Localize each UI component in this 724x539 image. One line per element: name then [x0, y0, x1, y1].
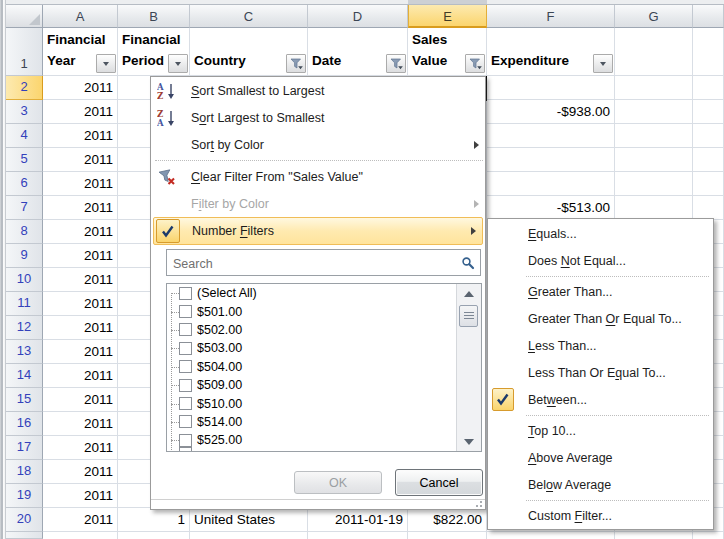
- resize-grip[interactable]: [151, 499, 485, 509]
- filter-value-item[interactable]: $514.00: [167, 413, 457, 431]
- filter-value-item[interactable]: $509.00: [167, 376, 457, 394]
- column-header-d[interactable]: D: [308, 5, 408, 28]
- cell-c20[interactable]: United States: [190, 508, 307, 532]
- value-checkbox[interactable]: [179, 397, 192, 410]
- submenu-item-equals[interactable]: Equals...: [488, 220, 713, 247]
- scrollbar[interactable]: [456, 284, 481, 451]
- value-checkbox[interactable]: [179, 360, 192, 373]
- cell-b20[interactable]: 1: [118, 508, 189, 532]
- row-header-19[interactable]: 19: [6, 484, 43, 508]
- row-header-7[interactable]: 7: [6, 196, 43, 220]
- row-header-4[interactable]: 4: [6, 124, 43, 148]
- scroll-thumb[interactable]: [459, 305, 478, 327]
- submenu-item-below-average[interactable]: Below Average: [488, 471, 713, 498]
- column-header-b[interactable]: B: [118, 5, 190, 28]
- filter-value-item[interactable]: $504.00: [167, 358, 457, 376]
- column-header-e[interactable]: E: [408, 5, 487, 28]
- filter-value-item[interactable]: $510.00: [167, 394, 457, 412]
- filter-applied-button-d[interactable]: [386, 54, 406, 73]
- submenu-item-less-than-or-equal-to[interactable]: Less Than Or Equal To...: [488, 359, 713, 386]
- filter-value-item[interactable]: $501.00: [167, 302, 457, 320]
- row-header-20[interactable]: 20: [6, 508, 43, 532]
- filter-value-item[interactable]: $502.00: [167, 321, 457, 339]
- row-header-3[interactable]: 3: [6, 100, 43, 124]
- cell-a8[interactable]: 2011: [43, 220, 117, 244]
- row-header-5[interactable]: 5: [6, 148, 43, 172]
- cell-a15[interactable]: 2011: [43, 388, 117, 412]
- row-header-10[interactable]: 10: [6, 268, 43, 292]
- row-header-13[interactable]: 13: [6, 340, 43, 364]
- cell-a5[interactable]: 2011: [43, 148, 117, 172]
- cell-f3[interactable]: -$938.00: [487, 100, 614, 124]
- cell-a20[interactable]: 2011: [43, 508, 117, 532]
- cell-a11[interactable]: 2011: [43, 292, 117, 316]
- row-header-11[interactable]: 11: [6, 292, 43, 316]
- value-checkbox[interactable]: [179, 287, 192, 300]
- row-header-8[interactable]: 8: [6, 220, 43, 244]
- menu-item-clear-filter[interactable]: Clear Filter From "Sales Value": [151, 163, 485, 190]
- filter-value-item[interactable]: $503.00: [167, 339, 457, 357]
- cell-d20[interactable]: 2011-01-19: [308, 508, 407, 532]
- submenu-item-custom-filter[interactable]: Custom Filter...: [488, 502, 713, 529]
- row-header-2[interactable]: 2: [6, 76, 43, 100]
- filter-dropdown-button-f[interactable]: [593, 54, 613, 73]
- row-header-6[interactable]: 6: [6, 172, 43, 196]
- cell-a7[interactable]: 2011: [43, 196, 117, 220]
- cell-f7[interactable]: -$513.00: [487, 196, 614, 220]
- row-header-16[interactable]: 16: [6, 412, 43, 436]
- value-checkbox[interactable]: [179, 415, 192, 428]
- cell-a19[interactable]: 2011: [43, 484, 117, 508]
- cell-a6[interactable]: 2011: [43, 172, 117, 196]
- value-checkbox[interactable]: [179, 342, 192, 355]
- cell-a16[interactable]: 2011: [43, 412, 117, 436]
- filter-applied-button-e[interactable]: [465, 54, 485, 73]
- menu-item-sort-largest-to-smallest[interactable]: ZASort Largest to Smallest: [151, 104, 485, 131]
- cell-e20[interactable]: $822.00: [408, 508, 486, 532]
- row-header-15[interactable]: 15: [6, 388, 43, 412]
- column-header-a[interactable]: A: [43, 5, 118, 28]
- cell-a4[interactable]: 2011: [43, 124, 117, 148]
- submenu-item-top-10[interactable]: Top 10...: [488, 417, 713, 444]
- cell-a10[interactable]: 2011: [43, 268, 117, 292]
- row-header-18[interactable]: 18: [6, 460, 43, 484]
- value-checkbox[interactable]: [179, 323, 192, 336]
- submenu-item-less-than[interactable]: Less Than...: [488, 332, 713, 359]
- scroll-down-button[interactable]: [458, 432, 480, 451]
- submenu-item-greater-than[interactable]: Greater Than...: [488, 278, 713, 305]
- filter-value-item[interactable]: (Select All): [167, 284, 457, 302]
- cell-a12[interactable]: 2011: [43, 316, 117, 340]
- submenu-item-does-not-equal[interactable]: Does Not Equal...: [488, 247, 713, 274]
- cell-a3[interactable]: 2011: [43, 100, 117, 124]
- row-header-17[interactable]: 17: [6, 436, 43, 460]
- column-header-c[interactable]: C: [190, 5, 308, 28]
- cell-a13[interactable]: 2011: [43, 340, 117, 364]
- column-header-g[interactable]: G: [615, 5, 693, 28]
- cell-a17[interactable]: 2011: [43, 436, 117, 460]
- submenu-item-greater-than-or-equal-to[interactable]: Greater Than Or Equal To...: [488, 305, 713, 332]
- cell-a18[interactable]: 2011: [43, 460, 117, 484]
- value-checkbox[interactable]: [179, 305, 192, 318]
- row-header-12[interactable]: 12: [6, 316, 43, 340]
- menu-item-filter-by-color[interactable]: Filter by Color: [151, 190, 485, 217]
- filter-dropdown-button-b[interactable]: [168, 54, 188, 73]
- cell-a2[interactable]: 2011: [43, 76, 117, 100]
- search-input[interactable]: [171, 253, 455, 274]
- column-header-partial[interactable]: [693, 5, 724, 28]
- row-header-14[interactable]: 14: [6, 364, 43, 388]
- filter-applied-button-c[interactable]: [286, 54, 306, 73]
- scroll-up-button[interactable]: [458, 284, 480, 303]
- submenu-item-between[interactable]: Between...: [488, 386, 713, 413]
- select-all-corner[interactable]: [6, 5, 43, 28]
- submenu-item-above-average[interactable]: Above Average: [488, 444, 713, 471]
- cell-a9[interactable]: 2011: [43, 244, 117, 268]
- row-header-9[interactable]: 9: [6, 244, 43, 268]
- menu-item-number-filters[interactable]: Number Filters: [153, 217, 483, 245]
- ok-button[interactable]: OK: [294, 471, 382, 494]
- value-checkbox[interactable]: [179, 379, 192, 392]
- filter-value-item-partial[interactable]: [167, 445, 457, 453]
- menu-item-sort-by-color[interactable]: Sort by Color: [151, 131, 485, 158]
- filter-dropdown-button-a[interactable]: [96, 54, 116, 73]
- cancel-button[interactable]: Cancel: [395, 469, 483, 496]
- row-header-1[interactable]: 1: [6, 28, 43, 76]
- value-checkbox[interactable]: [179, 447, 192, 452]
